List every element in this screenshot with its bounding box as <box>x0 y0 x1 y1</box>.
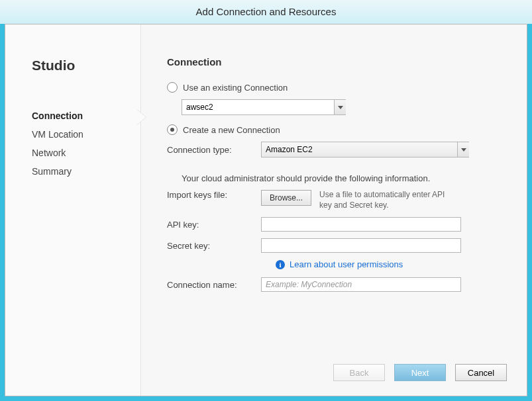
next-button[interactable]: Next <box>394 364 446 381</box>
connection-type-value: Amazon EC2 <box>266 145 313 154</box>
step-summary[interactable]: Summary <box>32 162 140 181</box>
import-keys-label: Import keys file: <box>167 190 261 200</box>
api-key-input[interactable] <box>261 217 461 232</box>
permissions-link[interactable]: Learn about user permissions <box>290 259 403 269</box>
api-key-label: API key: <box>167 220 261 230</box>
import-keys-row: Import keys file: Browse... Use a file t… <box>167 190 502 210</box>
app-name: Studio <box>32 58 140 73</box>
existing-connection-value: awsec2 <box>186 103 213 112</box>
existing-connection-dropdown[interactable]: awsec2 <box>182 99 346 115</box>
connection-type-dropdown[interactable]: Amazon EC2 <box>261 142 469 157</box>
step-connection[interactable]: Connection <box>32 107 140 125</box>
admin-note: Your cloud administrator should provide … <box>182 173 502 183</box>
radio-icon[interactable] <box>167 124 178 135</box>
wizard-steps: Connection VM Location Network Summary <box>32 107 140 181</box>
secret-key-row: Secret key: <box>167 238 502 253</box>
radio-icon[interactable] <box>167 82 178 93</box>
cancel-button[interactable]: Cancel <box>455 364 507 381</box>
chevron-down-icon[interactable] <box>334 100 346 114</box>
permissions-link-row: i Learn about user permissions <box>276 259 502 269</box>
wizard-window: Studio Connection VM Location Network Su… <box>5 24 527 396</box>
browse-button[interactable]: Browse... <box>261 190 311 206</box>
sidebar: Studio Connection VM Location Network Su… <box>5 24 141 396</box>
existing-connection-row: awsec2 <box>182 99 502 115</box>
connection-name-row: Connection name: <box>167 277 502 292</box>
content-pane: Connection Use an existing Connection aw… <box>142 24 527 396</box>
step-network[interactable]: Network <box>32 144 140 162</box>
connection-type-label: Connection type: <box>167 145 261 155</box>
use-existing-label: Use an existing Connection <box>183 83 288 93</box>
import-keys-hint: Use a file to automatically enter API ke… <box>319 190 445 210</box>
back-button[interactable]: Back <box>333 364 385 381</box>
step-vm-location[interactable]: VM Location <box>32 125 140 144</box>
secret-key-label: Secret key: <box>167 241 261 251</box>
secret-key-input[interactable] <box>261 238 461 253</box>
chevron-down-icon[interactable] <box>457 142 469 157</box>
create-new-option[interactable]: Create a new Connection <box>167 124 502 135</box>
info-icon: i <box>276 260 285 269</box>
create-new-label: Create a new Connection <box>183 125 280 135</box>
connection-name-label: Connection name: <box>167 280 261 290</box>
connection-type-row: Connection type: Amazon EC2 <box>167 142 502 157</box>
wizard-footer: Back Next Cancel <box>333 364 507 381</box>
window-title: Add Connection and Resources <box>0 0 532 24</box>
use-existing-option[interactable]: Use an existing Connection <box>167 82 502 93</box>
api-key-row: API key: <box>167 217 502 232</box>
connection-name-input[interactable] <box>261 277 461 292</box>
page-heading: Connection <box>167 56 502 67</box>
active-step-pointer-icon <box>136 109 146 125</box>
